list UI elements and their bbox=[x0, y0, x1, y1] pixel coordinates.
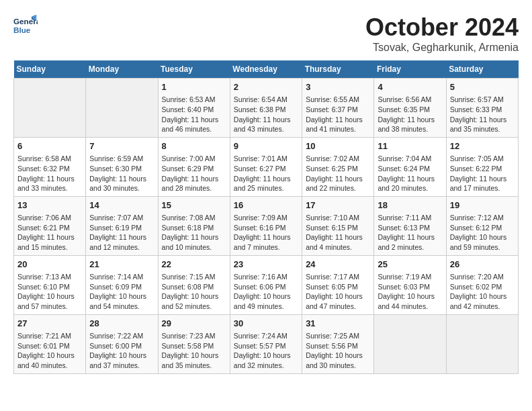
day-info: Sunrise: 7:02 AMSunset: 6:25 PMDaylight:… bbox=[306, 154, 370, 193]
day-info: Sunrise: 6:58 AMSunset: 6:32 PMDaylight:… bbox=[17, 154, 82, 193]
day-number: 23 bbox=[234, 259, 298, 271]
day-info: Sunrise: 7:01 AMSunset: 6:27 PMDaylight:… bbox=[234, 154, 298, 193]
day-info: Sunrise: 7:05 AMSunset: 6:22 PMDaylight:… bbox=[450, 154, 515, 193]
calendar-cell: 8Sunrise: 7:00 AMSunset: 6:29 PMDaylight… bbox=[158, 137, 230, 196]
day-number: 22 bbox=[162, 259, 226, 271]
day-number: 1 bbox=[162, 81, 226, 93]
day-number: 17 bbox=[306, 199, 370, 212]
day-info: Sunrise: 7:06 AMSunset: 6:21 PMDaylight:… bbox=[17, 213, 82, 253]
day-info: Sunrise: 7:15 AMSunset: 6:08 PMDaylight:… bbox=[162, 272, 226, 312]
day-info: Sunrise: 7:00 AMSunset: 6:29 PMDaylight:… bbox=[162, 154, 226, 193]
calendar-cell: 4Sunrise: 6:56 AMSunset: 6:35 PMDaylight… bbox=[374, 79, 446, 138]
day-number: 11 bbox=[378, 140, 442, 152]
day-number: 21 bbox=[89, 259, 154, 271]
day-info: Sunrise: 7:09 AMSunset: 6:16 PMDaylight:… bbox=[234, 213, 298, 253]
svg-text:Blue: Blue bbox=[13, 26, 31, 34]
calendar-cell: 14Sunrise: 7:07 AMSunset: 6:19 PMDayligh… bbox=[86, 196, 158, 255]
calendar-cell: 11Sunrise: 7:04 AMSunset: 6:24 PMDayligh… bbox=[374, 137, 446, 196]
calendar-cell: 23Sunrise: 7:16 AMSunset: 6:06 PMDayligh… bbox=[230, 255, 302, 314]
day-number: 9 bbox=[234, 140, 298, 152]
day-info: Sunrise: 6:55 AMSunset: 6:37 PMDaylight:… bbox=[306, 95, 370, 134]
weekday-header: Saturday bbox=[446, 60, 518, 79]
day-info: Sunrise: 7:25 AMSunset: 5:56 PMDaylight:… bbox=[306, 331, 370, 371]
location: Tsovak, Gegharkunik, Armenia bbox=[365, 42, 519, 54]
calendar-cell: 17Sunrise: 7:10 AMSunset: 6:15 PMDayligh… bbox=[302, 196, 374, 255]
calendar-cell: 10Sunrise: 7:02 AMSunset: 6:25 PMDayligh… bbox=[302, 137, 374, 196]
day-number: 12 bbox=[450, 140, 515, 152]
day-number: 27 bbox=[17, 318, 82, 330]
calendar-cell: 31Sunrise: 7:25 AMSunset: 5:56 PMDayligh… bbox=[302, 314, 374, 373]
calendar-cell: 28Sunrise: 7:22 AMSunset: 6:00 PMDayligh… bbox=[86, 314, 158, 373]
weekday-header: Friday bbox=[374, 60, 446, 79]
calendar-cell: 15Sunrise: 7:08 AMSunset: 6:18 PMDayligh… bbox=[158, 196, 230, 255]
day-info: Sunrise: 7:24 AMSunset: 5:57 PMDaylight:… bbox=[234, 331, 298, 371]
day-info: Sunrise: 6:57 AMSunset: 6:33 PMDaylight:… bbox=[450, 95, 515, 134]
calendar-cell: 3Sunrise: 6:55 AMSunset: 6:37 PMDaylight… bbox=[302, 79, 374, 138]
day-number: 31 bbox=[306, 318, 370, 330]
day-number: 30 bbox=[234, 318, 298, 330]
day-number: 16 bbox=[234, 199, 298, 212]
day-info: Sunrise: 7:11 AMSunset: 6:13 PMDaylight:… bbox=[378, 213, 442, 253]
day-number: 28 bbox=[89, 318, 154, 330]
day-info: Sunrise: 7:20 AMSunset: 6:02 PMDaylight:… bbox=[450, 272, 515, 312]
calendar-cell: 6Sunrise: 6:58 AMSunset: 6:32 PMDaylight… bbox=[14, 137, 86, 196]
day-info: Sunrise: 7:12 AMSunset: 6:12 PMDaylight:… bbox=[450, 213, 515, 253]
calendar-cell: 27Sunrise: 7:21 AMSunset: 6:01 PMDayligh… bbox=[14, 314, 86, 373]
calendar-cell: 12Sunrise: 7:05 AMSunset: 6:22 PMDayligh… bbox=[446, 137, 518, 196]
day-info: Sunrise: 7:16 AMSunset: 6:06 PMDaylight:… bbox=[234, 272, 298, 312]
month-title: October 2024 bbox=[365, 13, 519, 42]
day-number: 2 bbox=[234, 81, 298, 93]
calendar-cell bbox=[14, 79, 86, 138]
calendar-cell: 2Sunrise: 6:54 AMSunset: 6:38 PMDaylight… bbox=[230, 79, 302, 138]
calendar-cell: 5Sunrise: 6:57 AMSunset: 6:33 PMDaylight… bbox=[446, 79, 518, 138]
title-block: October 2024 Tsovak, Gegharkunik, Armeni… bbox=[365, 13, 519, 54]
day-number: 7 bbox=[89, 140, 154, 152]
day-info: Sunrise: 7:22 AMSunset: 6:00 PMDaylight:… bbox=[89, 331, 154, 371]
calendar-cell bbox=[86, 79, 158, 138]
weekday-header: Sunday bbox=[14, 60, 86, 79]
day-number: 5 bbox=[450, 81, 515, 93]
calendar-cell: 7Sunrise: 6:59 AMSunset: 6:30 PMDaylight… bbox=[86, 137, 158, 196]
day-number: 6 bbox=[17, 140, 82, 152]
logo: General Blue bbox=[13, 13, 38, 38]
calendar-cell: 30Sunrise: 7:24 AMSunset: 5:57 PMDayligh… bbox=[230, 314, 302, 373]
day-info: Sunrise: 6:53 AMSunset: 6:40 PMDaylight:… bbox=[162, 95, 226, 134]
page-header: General Blue October 2024 Tsovak, Geghar… bbox=[13, 13, 519, 54]
calendar-cell: 26Sunrise: 7:20 AMSunset: 6:02 PMDayligh… bbox=[446, 255, 518, 314]
day-info: Sunrise: 7:08 AMSunset: 6:18 PMDaylight:… bbox=[162, 213, 226, 253]
weekday-header: Monday bbox=[86, 60, 158, 79]
weekday-header: Thursday bbox=[302, 60, 374, 79]
day-number: 24 bbox=[306, 259, 370, 271]
day-info: Sunrise: 7:10 AMSunset: 6:15 PMDaylight:… bbox=[306, 213, 370, 253]
day-info: Sunrise: 6:56 AMSunset: 6:35 PMDaylight:… bbox=[378, 95, 442, 134]
calendar-cell: 9Sunrise: 7:01 AMSunset: 6:27 PMDaylight… bbox=[230, 137, 302, 196]
calendar-cell: 13Sunrise: 7:06 AMSunset: 6:21 PMDayligh… bbox=[14, 196, 86, 255]
day-number: 25 bbox=[378, 259, 442, 271]
day-info: Sunrise: 7:13 AMSunset: 6:10 PMDaylight:… bbox=[17, 272, 82, 312]
calendar-table: SundayMondayTuesdayWednesdayThursdayFrid… bbox=[13, 60, 519, 374]
calendar-cell: 18Sunrise: 7:11 AMSunset: 6:13 PMDayligh… bbox=[374, 196, 446, 255]
day-info: Sunrise: 7:21 AMSunset: 6:01 PMDaylight:… bbox=[17, 331, 82, 371]
calendar-cell: 19Sunrise: 7:12 AMSunset: 6:12 PMDayligh… bbox=[446, 196, 518, 255]
day-info: Sunrise: 7:17 AMSunset: 6:05 PMDaylight:… bbox=[306, 272, 370, 312]
logo-icon: General Blue bbox=[13, 13, 38, 38]
weekday-header: Wednesday bbox=[230, 60, 302, 79]
day-number: 14 bbox=[89, 199, 154, 212]
calendar-cell: 22Sunrise: 7:15 AMSunset: 6:08 PMDayligh… bbox=[158, 255, 230, 314]
day-number: 29 bbox=[162, 318, 226, 330]
calendar-cell: 21Sunrise: 7:14 AMSunset: 6:09 PMDayligh… bbox=[86, 255, 158, 314]
day-number: 26 bbox=[450, 259, 515, 271]
calendar-cell bbox=[374, 314, 446, 373]
calendar-cell bbox=[446, 314, 518, 373]
day-number: 4 bbox=[378, 81, 442, 93]
calendar-cell: 24Sunrise: 7:17 AMSunset: 6:05 PMDayligh… bbox=[302, 255, 374, 314]
day-number: 19 bbox=[450, 199, 515, 212]
day-info: Sunrise: 7:04 AMSunset: 6:24 PMDaylight:… bbox=[378, 154, 442, 193]
calendar-cell: 20Sunrise: 7:13 AMSunset: 6:10 PMDayligh… bbox=[14, 255, 86, 314]
calendar-cell: 29Sunrise: 7:23 AMSunset: 5:58 PMDayligh… bbox=[158, 314, 230, 373]
calendar-cell: 16Sunrise: 7:09 AMSunset: 6:16 PMDayligh… bbox=[230, 196, 302, 255]
day-number: 10 bbox=[306, 140, 370, 152]
day-number: 8 bbox=[162, 140, 226, 152]
weekday-header: Tuesday bbox=[158, 60, 230, 79]
day-number: 13 bbox=[17, 199, 82, 212]
